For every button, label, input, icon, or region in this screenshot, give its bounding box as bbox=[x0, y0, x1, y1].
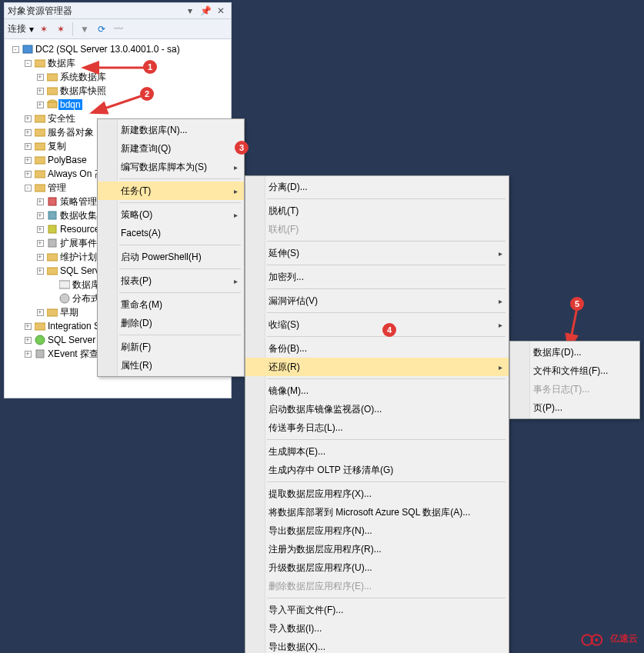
menu-start-powershell[interactable]: 启动 PowerShell(H) bbox=[98, 248, 244, 266]
menu-tasks[interactable]: 任务(T) bbox=[98, 182, 244, 200]
svg-rect-12 bbox=[48, 198, 56, 205]
expand-toggle[interactable]: - bbox=[22, 182, 34, 194]
expand-toggle[interactable]: - bbox=[22, 57, 34, 69]
expand-toggle[interactable]: + bbox=[22, 140, 34, 152]
expand-toggle[interactable]: + bbox=[34, 265, 46, 277]
dropdown-icon[interactable]: ▾ bbox=[183, 4, 197, 18]
expand-toggle[interactable]: + bbox=[34, 209, 46, 222]
expand-toggle[interactable]: + bbox=[22, 112, 34, 125]
menu-export-data[interactable]: 导出数据(X)... bbox=[245, 638, 509, 653]
server-icon bbox=[22, 43, 34, 55]
menu-separator bbox=[267, 439, 506, 440]
activity-icon[interactable]: 〰 bbox=[112, 22, 125, 36]
context-menu-tasks[interactable]: 分离(D)... 脱机(T) 联机(F) 延伸(S) 加密列... 漏洞评估(V… bbox=[245, 175, 509, 653]
menu-policies[interactable]: 策略(O) bbox=[98, 205, 244, 224]
menu-separator bbox=[119, 178, 241, 179]
menu-restore-database[interactable]: 数据库(D)... bbox=[510, 343, 639, 361]
menu-script-db-as[interactable]: 编写数据库脚本为(S) bbox=[98, 158, 244, 176]
folder-icon bbox=[46, 306, 58, 318]
menu-separator bbox=[119, 335, 241, 335]
node-label: 早期 bbox=[58, 306, 78, 319]
node-label: 扩展事件 bbox=[58, 237, 97, 250]
menu-gen-oltp[interactable]: 生成内存中 OLTP 迁移清单(G) bbox=[245, 461, 509, 479]
svg-rect-23 bbox=[36, 350, 44, 358]
menu-shrink[interactable]: 收缩(S) bbox=[245, 315, 509, 334]
menu-backup[interactable]: 备份(B)... bbox=[245, 339, 509, 358]
svg-rect-8 bbox=[35, 143, 45, 150]
expand-toggle[interactable]: + bbox=[34, 195, 46, 208]
expand-toggle[interactable]: + bbox=[22, 154, 34, 166]
mail-icon bbox=[58, 278, 71, 291]
xevent-icon bbox=[34, 348, 46, 360]
expand-toggle[interactable]: - bbox=[9, 43, 22, 55]
menu-restore-page[interactable]: 页(P)... bbox=[510, 398, 639, 417]
menu-reports[interactable]: 报表(P) bbox=[98, 272, 244, 290]
expand-toggle[interactable]: + bbox=[34, 71, 46, 83]
menu-ship-logs[interactable]: 传送事务日志(L)... bbox=[245, 418, 509, 437]
expand-toggle[interactable]: + bbox=[22, 168, 34, 180]
context-menu-restore[interactable]: 数据库(D)... 文件和文件组(F)... 事务日志(T)... 页(P)..… bbox=[509, 341, 640, 419]
expand-toggle[interactable]: + bbox=[34, 223, 46, 235]
menu-take-offline[interactable]: 脱机(T) bbox=[245, 202, 509, 220]
dropdown-icon[interactable]: ▾ bbox=[29, 24, 34, 35]
pin-icon[interactable]: 📌 bbox=[199, 4, 212, 18]
menu-gen-scripts[interactable]: 生成脚本(E)... bbox=[245, 442, 509, 461]
node-label: 安全性 bbox=[46, 112, 75, 125]
svg-rect-7 bbox=[35, 129, 45, 136]
tree-node-sysdb[interactable]: + 系统数据库 bbox=[6, 70, 229, 84]
expand-toggle[interactable]: + bbox=[34, 306, 46, 318]
expand-toggle[interactable]: + bbox=[34, 98, 46, 111]
menu-restore[interactable]: 还原(R) bbox=[245, 358, 509, 376]
menu-vuln-assessment[interactable]: 漏洞评估(V) bbox=[245, 292, 509, 310]
menu-restore-files-groups[interactable]: 文件和文件组(F)... bbox=[510, 361, 639, 380]
folder-icon bbox=[34, 182, 46, 194]
expand-toggle[interactable]: + bbox=[22, 348, 34, 360]
menu-separator bbox=[119, 292, 241, 293]
menu-rename[interactable]: 重命名(M) bbox=[98, 295, 244, 314]
expand-toggle[interactable]: + bbox=[22, 320, 34, 332]
expand-toggle[interactable]: + bbox=[34, 251, 46, 263]
menu-delete[interactable]: 删除(D) bbox=[98, 314, 244, 332]
resgov-icon bbox=[46, 223, 58, 235]
menu-extract-dacpac[interactable]: 提取数据层应用程序(X)... bbox=[245, 485, 509, 503]
menu-refresh[interactable]: 刷新(F) bbox=[98, 338, 244, 356]
menu-import-flat[interactable]: 导入平面文件(F)... bbox=[245, 601, 509, 619]
context-menu-db[interactable]: 新建数据库(N)... 新建查询(Q) 编写数据库脚本为(S) 任务(T) 策略… bbox=[97, 118, 245, 377]
menu-encrypt-columns[interactable]: 加密列... bbox=[245, 268, 509, 286]
menu-upgrade-dacpac[interactable]: 升级数据层应用程序(U)... bbox=[245, 558, 509, 577]
node-label: 数据收集 bbox=[58, 209, 97, 222]
expand-toggle[interactable]: + bbox=[22, 334, 34, 346]
tree-node-databases[interactable]: - 数据库 bbox=[6, 56, 229, 70]
panel-toolbar: 连接 ▾ ✶ ✶ ▼ ⟳ 〰 bbox=[5, 19, 231, 39]
menu-mirror[interactable]: 镜像(M)... bbox=[245, 381, 509, 400]
menu-deploy-azure[interactable]: 将数据库部署到 Microsoft Azure SQL 数据库(A)... bbox=[245, 503, 509, 521]
menu-new-database[interactable]: 新建数据库(N)... bbox=[98, 121, 244, 139]
connect-icon[interactable]: ✶ bbox=[37, 22, 51, 36]
menu-export-dacpac[interactable]: 导出数据层应用程序(N)... bbox=[245, 521, 509, 540]
menu-properties[interactable]: 属性(R) bbox=[98, 356, 244, 375]
connect-label[interactable]: 连接 bbox=[8, 22, 26, 35]
xevent-icon bbox=[46, 237, 58, 249]
spacer bbox=[46, 292, 58, 305]
menu-detach[interactable]: 分离(D)... bbox=[245, 178, 509, 196]
expand-toggle[interactable]: + bbox=[34, 237, 46, 249]
tree-node-snapshot[interactable]: + 数据库快照 bbox=[6, 84, 229, 98]
node-label: PolyBase bbox=[46, 155, 87, 165]
menu-launch-mirror-monitor[interactable]: 启动数据库镜像监视器(O)... bbox=[245, 400, 509, 418]
filter-icon[interactable]: ▼ bbox=[78, 22, 92, 36]
menu-stretch[interactable]: 延伸(S) bbox=[245, 244, 509, 262]
panel-title: 对象资源管理器 bbox=[8, 5, 182, 18]
close-icon[interactable]: ✕ bbox=[214, 4, 228, 18]
folder-icon bbox=[34, 140, 46, 152]
menu-separator bbox=[267, 598, 506, 598]
expand-toggle[interactable]: + bbox=[22, 126, 34, 138]
disconnect-icon[interactable]: ✶ bbox=[54, 22, 68, 36]
menu-facets[interactable]: Facets(A) bbox=[98, 224, 244, 242]
tree-node-bdqn[interactable]: + bdqn bbox=[6, 98, 229, 112]
refresh-icon[interactable]: ⟳ bbox=[95, 22, 108, 36]
menu-import-data[interactable]: 导入数据(I)... bbox=[245, 619, 509, 638]
menu-register-dacpac[interactable]: 注册为数据层应用程序(R)... bbox=[245, 540, 509, 558]
menu-new-query[interactable]: 新建查询(Q) bbox=[98, 139, 244, 158]
tree-node-server[interactable]: - DC2 (SQL Server 13.0.4001.0 - sa) bbox=[6, 42, 229, 56]
expand-toggle[interactable]: + bbox=[34, 85, 46, 97]
